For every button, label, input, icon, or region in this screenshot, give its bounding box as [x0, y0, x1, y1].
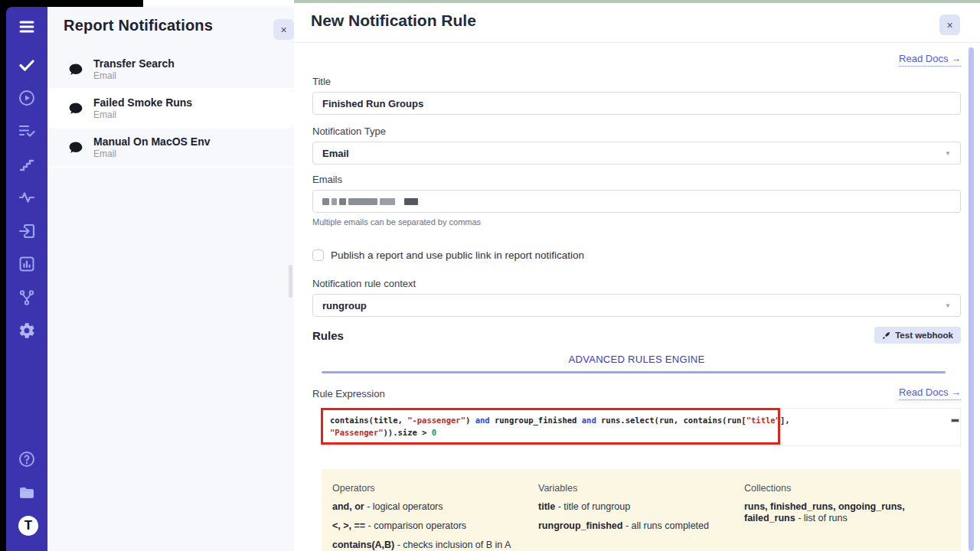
chat-bubble-icon: [68, 101, 83, 116]
rule-expression-code[interactable]: contains(title, "-passenger") and rungro…: [330, 414, 952, 439]
rules-heading: Rules: [312, 329, 344, 342]
page-title: New Notification Rule: [311, 11, 476, 30]
list-item[interactable]: Transfer SearchEmail: [47, 51, 294, 90]
publish-checkbox[interactable]: [312, 249, 324, 261]
list-item[interactable]: Manual On MacOS EnvEmail: [47, 129, 294, 168]
drawer-title: Report Notifications: [64, 17, 213, 34]
help-column-title: Variables: [538, 483, 744, 494]
rule-subtitle: Email: [93, 148, 210, 160]
emails-helper-text: Multiple emails can be separated by comm…: [312, 217, 961, 227]
steps-icon[interactable]: [18, 155, 36, 174]
sign-in-icon[interactable]: [18, 222, 36, 240]
context-value: rungroup: [322, 300, 367, 311]
vertical-scrollbar[interactable]: [969, 47, 974, 551]
publish-checkbox-label: Publish a report and use public link in …: [331, 249, 584, 261]
help-line: contains(A,B) - checks inclusion of B in…: [332, 540, 538, 551]
help-line: title - title of rungroup: [538, 501, 744, 513]
expression-help-box: Operatorsand, or - logical operators<, >…: [322, 469, 961, 551]
chevron-down-icon: ▼: [945, 150, 951, 157]
editor-resize-handle[interactable]: [951, 419, 959, 422]
help-column-title: Collections: [744, 483, 950, 494]
read-docs-link-top[interactable]: Read Docs →: [899, 53, 961, 67]
check-icon[interactable]: [18, 56, 36, 74]
chat-bubble-icon: [68, 62, 83, 77]
notification-type-label: Notification Type: [312, 126, 961, 137]
help-column-variables: Variablestitle - title of rungrouprungro…: [538, 483, 744, 551]
hamburger-menu-icon[interactable]: [18, 18, 36, 36]
help-icon[interactable]: [18, 450, 36, 468]
rule-title: Failed Smoke Runs: [93, 96, 192, 109]
top-white-band: [143, 0, 294, 7]
context-select[interactable]: rungroup ▼: [312, 294, 961, 317]
list-check-icon[interactable]: [18, 122, 36, 140]
title-input[interactable]: [312, 92, 961, 115]
drawer-close-button[interactable]: ×: [273, 19, 294, 40]
rule-expression-editor[interactable]: contains(title, "-passenger") and rungro…: [322, 408, 961, 446]
tab-advanced-rules-engine[interactable]: ADVANCED RULES ENGINE: [312, 354, 961, 365]
tab-active-underline: [322, 371, 946, 373]
notifications-drawer: Report Notifications × Transfer SearchEm…: [47, 7, 294, 551]
form-scroll-area: Read Docs → Title Notification Type Emai…: [294, 44, 980, 551]
help-column-operators: Operatorsand, or - logical operators<, >…: [332, 483, 538, 551]
gear-icon[interactable]: [18, 321, 36, 340]
read-docs-link-rules[interactable]: Read Docs →: [899, 386, 961, 400]
rule-subtitle: Email: [93, 109, 192, 121]
icon-sidebar: T: [6, 7, 47, 551]
test-webhook-button[interactable]: Test webhook: [874, 327, 961, 344]
main-close-button[interactable]: ×: [939, 15, 960, 35]
emails-input[interactable]: [312, 190, 961, 213]
publish-checkbox-row: Publish a report and use public link in …: [312, 249, 961, 261]
main-panel: New Notification Rule × Read Docs → Titl…: [294, 0, 980, 551]
bar-chart-icon[interactable]: [18, 255, 36, 273]
help-line: runs, finished_runs, ongoing_runs, faile…: [744, 501, 950, 524]
rocket-icon: [882, 331, 890, 340]
branch-icon[interactable]: [18, 289, 36, 307]
rules-header-row: Rules Test webhook: [312, 327, 961, 344]
rule-title: Transfer Search: [93, 57, 175, 70]
help-column-title: Operators: [332, 483, 538, 494]
help-line: rungroup_finished - all runs completed: [538, 520, 744, 532]
top-black-band: [0, 0, 143, 7]
rule-title: Manual On MacOS Env: [93, 135, 210, 148]
rule-expression-label: Rule Expression: [312, 388, 385, 399]
docs-row: Read Docs →: [312, 44, 961, 65]
folder-icon[interactable]: [18, 484, 36, 502]
drawer-scroll-handle[interactable]: [289, 265, 292, 298]
context-label: Notification rule context: [312, 278, 961, 289]
app-logo[interactable]: T: [18, 516, 38, 536]
activity-icon[interactable]: [18, 188, 36, 207]
help-line: and, or - logical operators: [332, 501, 538, 513]
help-line: <, >, == - comparison operators: [332, 520, 538, 532]
list-item[interactable]: Failed Smoke RunsEmail: [47, 90, 294, 129]
notification-type-select[interactable]: Email ▼: [312, 142, 961, 165]
rule-subtitle: Email: [93, 70, 175, 82]
app-window: T Report Notifications × Transfer Search…: [0, 0, 980, 551]
close-icon: ×: [280, 24, 286, 36]
rule-expression-row: Rule Expression Read Docs →: [312, 386, 961, 400]
help-column-collections: Collectionsruns, finished_runs, ongoing_…: [744, 483, 950, 551]
title-label: Title: [312, 76, 961, 87]
chevron-down-icon: ▼: [945, 302, 951, 309]
notification-rule-list: Transfer SearchEmailFailed Smoke RunsEma…: [47, 51, 294, 168]
main-header: New Notification Rule ×: [294, 3, 980, 43]
notification-type-value: Email: [322, 148, 349, 159]
play-icon[interactable]: [18, 89, 36, 107]
emails-label: Emails: [312, 174, 961, 185]
redacted-email-value: [322, 198, 418, 205]
chat-bubble-icon: [68, 140, 83, 155]
close-icon: ×: [946, 19, 952, 31]
test-webhook-label: Test webhook: [895, 331, 953, 340]
